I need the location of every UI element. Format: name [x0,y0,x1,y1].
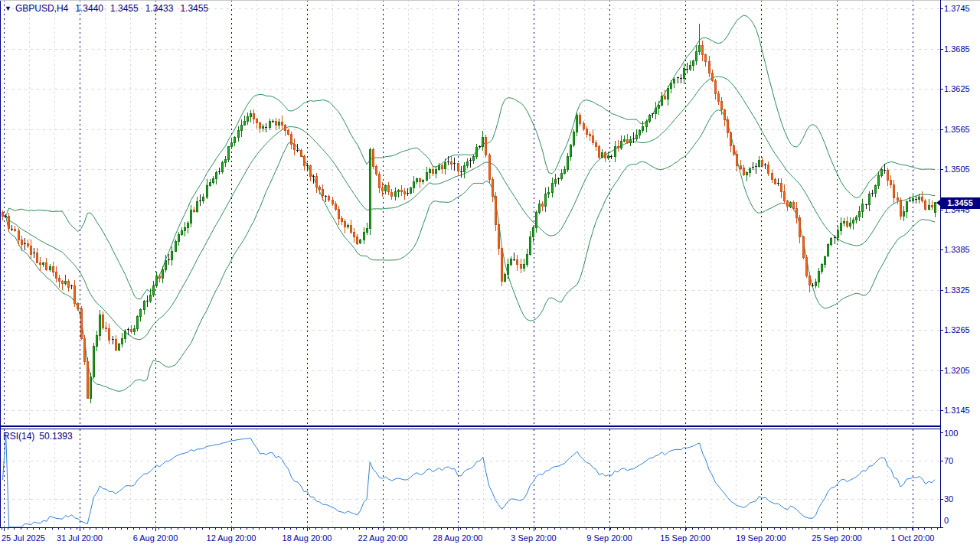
price-axis-label: 1.3565 [944,125,970,134]
rsi-indicator-name: RSI(14) [3,431,34,442]
price-axis-label: 1.3145 [944,406,970,415]
price-chart-canvas[interactable] [0,0,980,551]
time-axis-label: 12 Aug 20:00 [207,533,256,543]
price-axis-label: 1.3685 [944,44,970,54]
ohlc-low: 1.3433 [145,3,174,14]
rsi-axis-label: 70 [944,456,953,465]
price-axis-label: 1.3205 [944,366,970,375]
rsi-axis-label: 30 [944,494,953,504]
price-axis-label: 1.3385 [944,245,970,254]
price-axis-label: 1.3325 [944,285,970,295]
chevron-down-icon[interactable]: ▼ [5,3,11,14]
time-axis-label: 19 Sep 20:00 [736,533,786,543]
rsi-axis-label: 100 [944,429,958,438]
time-axis-label: 3 Sep 20:00 [511,533,556,543]
time-axis-label: 25 Sep 20:00 [812,533,861,543]
rsi-axis-label: 0 [944,516,949,525]
price-axis-label: 1.3265 [944,325,970,334]
price-axis-label: 1.3625 [944,84,970,93]
time-axis-label: 18 Aug 20:00 [283,533,332,543]
symbol-ohlc-label[interactable]: ▼GBPUSD,H41.34401.34551.34331.3455 [5,3,208,14]
time-axis-label: 1 Oct 20:00 [891,533,935,543]
ohlc-high: 1.3455 [110,3,139,14]
trading-chart-window: ▼GBPUSD,H41.34401.34551.34331.3455 RSI(1… [0,0,980,551]
time-axis-label: 31 Jul 20:00 [57,533,103,543]
current-price-box: 1.3455 [940,197,980,209]
rsi-indicator-value: 50.1393 [39,431,72,442]
ohlc-open: 1.3440 [75,3,103,14]
time-axis-label: 15 Sep 20:00 [660,533,710,543]
ohlc-close: 1.3455 [180,3,208,14]
rsi-indicator-label: RSI(14)50.1393 [3,431,73,442]
symbol-name: GBPUSD,H4 [15,3,68,14]
time-axis-label: 28 Aug 20:00 [433,533,483,543]
time-axis-label: 22 Aug 20:00 [358,533,408,543]
time-axis-label: 9 Sep 20:00 [586,533,632,543]
time-axis-label: 25 Jul 2025 [2,533,45,543]
time-axis-label: 6 Aug 20:00 [133,533,178,543]
price-axis-label: 1.3505 [944,165,970,174]
price-axis-label: 1.3745 [944,4,970,13]
